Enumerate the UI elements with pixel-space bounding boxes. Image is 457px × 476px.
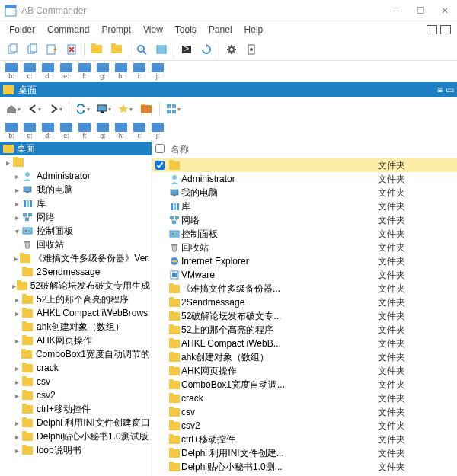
- folder-nav-button[interactable]: [136, 100, 156, 118]
- drive-j[interactable]: j:: [149, 123, 166, 139]
- list-row[interactable]: 库文件夹: [152, 200, 457, 213]
- monitor-button[interactable]: ▾: [94, 100, 113, 118]
- tree-row[interactable]: ▸loop说明书: [0, 443, 152, 457]
- expand-icon[interactable]: ▸: [12, 172, 21, 180]
- list-row[interactable]: 回收站文件夹: [152, 241, 457, 254]
- list-row[interactable]: csv文件夹: [152, 405, 457, 419]
- list-row[interactable]: AHK网页操作文件夹: [152, 364, 457, 378]
- tree-panel[interactable]: 桌面 ▸ ▸Administrator▸我的电脑▸库▸网络▾控制面板回收站▸《难…: [0, 142, 152, 476]
- expand-icon[interactable]: ▸: [3, 158, 12, 167]
- list-mode-icon[interactable]: ≡: [437, 85, 443, 95]
- menu-command[interactable]: Command: [41, 23, 95, 37]
- list-row[interactable]: Internet Explorer文件夹: [152, 254, 457, 268]
- layout-button-1[interactable]: [427, 25, 437, 34]
- drive-d[interactable]: d:: [40, 123, 56, 139]
- list-row[interactable]: csv2文件夹: [152, 419, 457, 433]
- select-all-checkbox[interactable]: [155, 144, 165, 153]
- menu-panel[interactable]: Panel: [203, 23, 238, 37]
- sync-button[interactable]: ▾: [72, 100, 92, 118]
- list-header[interactable]: 名称: [152, 142, 457, 158]
- list-row[interactable]: AHKL Compact iWebB...文件夹: [152, 337, 457, 350]
- list-row[interactable]: 《难搞文件多级备份器...文件夹: [152, 282, 457, 296]
- expand-icon[interactable]: ▸: [12, 309, 21, 318]
- image-button[interactable]: [152, 40, 171, 59]
- settings-button[interactable]: [222, 40, 241, 59]
- tree-row[interactable]: ahk创建对象（数组）: [0, 320, 152, 334]
- path-bar[interactable]: 桌面 ≡ ▭: [0, 82, 457, 97]
- forward-button[interactable]: ▾: [46, 100, 66, 118]
- menu-folder[interactable]: Folder: [3, 23, 41, 37]
- tree-row[interactable]: ▸Delphi 利用INI文件创建窗口: [0, 416, 152, 430]
- list-row[interactable]: 52破解论坛发布破文专...文件夹: [152, 309, 457, 323]
- drive-e[interactable]: e:: [58, 123, 75, 139]
- expand-icon[interactable]: ▸: [12, 433, 21, 441]
- tree-row[interactable]: ▸库: [0, 196, 152, 210]
- expand-icon[interactable]: ▸: [12, 254, 20, 263]
- tree-row[interactable]: ▸csv: [0, 375, 152, 388]
- copy-button[interactable]: [3, 40, 21, 59]
- expand-icon[interactable]: ▸: [12, 419, 21, 427]
- drive-f[interactable]: f:: [76, 63, 93, 80]
- list-row[interactable]: 2Sendmessage文件夹: [152, 296, 457, 309]
- layout-button-2[interactable]: [440, 25, 451, 34]
- expand-icon[interactable]: ▸: [12, 213, 21, 222]
- drive-g[interactable]: g:: [94, 63, 111, 80]
- expand-icon[interactable]: ▸: [12, 337, 21, 345]
- drive-c[interactable]: c:: [21, 123, 38, 139]
- expand-icon[interactable]: ▸: [12, 296, 21, 304]
- drive-e[interactable]: e:: [58, 63, 75, 80]
- tree-row[interactable]: ▸Administrator: [0, 169, 152, 183]
- menu-view[interactable]: View: [137, 23, 169, 37]
- tree-row[interactable]: 2Sendmessage: [0, 265, 152, 279]
- list-row[interactable]: ahk创建对象（数组）文件夹: [152, 350, 457, 364]
- drive-i[interactable]: i:: [131, 123, 148, 139]
- list-row[interactable]: VMware文件夹: [152, 268, 457, 282]
- tree-row[interactable]: ▸网络: [0, 210, 152, 224]
- tree-row[interactable]: ctrl+移动控件: [0, 402, 152, 416]
- view-grid-button[interactable]: ▾: [163, 100, 183, 118]
- drive-j[interactable]: j:: [149, 63, 166, 80]
- tree-row[interactable]: ▸52破解论坛发布破文专用生成: [0, 279, 152, 292]
- tool-button[interactable]: [242, 40, 260, 59]
- delete-button[interactable]: [62, 40, 81, 59]
- drive-g[interactable]: g:: [94, 123, 111, 139]
- tree-row[interactable]: ▸AHKL Compact iWebBrows: [0, 306, 152, 320]
- menu-prompt[interactable]: Prompt: [95, 23, 137, 37]
- tree-header[interactable]: 桌面: [0, 142, 152, 155]
- new-folder2-button[interactable]: [107, 40, 126, 59]
- expand-icon[interactable]: ▸: [12, 364, 21, 372]
- column-name[interactable]: 名称: [168, 143, 378, 156]
- menu-help[interactable]: Help: [238, 23, 270, 37]
- list-row[interactable]: 文件夹: [152, 158, 457, 172]
- tree-row[interactable]: ▸52上的那个高亮的程序: [0, 292, 152, 306]
- minimize-button[interactable]: ─: [388, 3, 404, 18]
- close-button[interactable]: ✕: [437, 3, 452, 18]
- drive-h[interactable]: h:: [113, 63, 129, 80]
- drive-h[interactable]: h:: [113, 123, 129, 139]
- tree-hscroll[interactable]: [0, 457, 152, 469]
- expand-icon[interactable]: ▸: [12, 446, 21, 455]
- new-folder-button[interactable]: [88, 40, 106, 59]
- copy2-button[interactable]: [23, 40, 41, 59]
- list-row[interactable]: Administrator文件夹: [152, 172, 457, 186]
- expand-icon[interactable]: ▸: [12, 378, 21, 386]
- move-button[interactable]: [43, 40, 61, 59]
- cmd-button[interactable]: >_: [177, 40, 196, 59]
- tree-row[interactable]: 回收站: [0, 238, 152, 251]
- tree-row[interactable]: ▸: [0, 155, 152, 169]
- expand-icon[interactable]: ▾: [12, 227, 21, 235]
- tree-row[interactable]: ▸csv2: [0, 388, 152, 402]
- list-row[interactable]: ctrl+移动控件文件夹: [152, 433, 457, 446]
- drive-b[interactable]: b:: [3, 63, 20, 80]
- list-row[interactable]: Delphi 利用INI文件创建...文件夹: [152, 446, 457, 460]
- list-row[interactable]: crack文件夹: [152, 391, 457, 405]
- drive-f[interactable]: f:: [76, 123, 93, 139]
- back-button[interactable]: ▾: [24, 100, 44, 118]
- refresh-button[interactable]: [197, 40, 216, 59]
- home-button[interactable]: ▾: [3, 100, 23, 118]
- expand-icon[interactable]: ▸: [12, 200, 21, 208]
- favorites-button[interactable]: ▾: [115, 100, 135, 118]
- list-panel[interactable]: 名称 文件夹Administrator文件夹我的电脑文件夹库文件夹网络文件夹控制…: [152, 142, 457, 476]
- list-row[interactable]: 我的电脑文件夹: [152, 186, 457, 200]
- tree-row[interactable]: ▸crack: [0, 361, 152, 375]
